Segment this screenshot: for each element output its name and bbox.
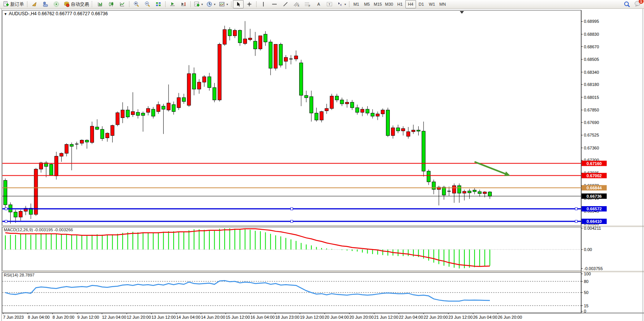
chart-title: ▼AUDUSD-,H4 0.66762 0.66777 0.66727 0.66… bbox=[4, 11, 108, 16]
price-tick: 0.68505 bbox=[584, 57, 599, 62]
rsi-axis-tick: 15 bbox=[584, 304, 588, 308]
price-level-badge: 0.66844 bbox=[587, 186, 602, 190]
mt4-terminal: { "toolbar": { "new_order_label": "新订单",… bbox=[0, 0, 644, 321]
time-tick: 15 Jun 12:00 bbox=[226, 315, 250, 319]
rsi-axis-tick: 100 bbox=[584, 272, 591, 276]
price-tick: 0.67525 bbox=[584, 133, 599, 137]
price-tick: 0.67850 bbox=[584, 108, 599, 112]
line-handle[interactable] bbox=[5, 220, 7, 222]
line-handle[interactable] bbox=[575, 208, 577, 210]
line-handle[interactable] bbox=[291, 220, 293, 222]
time-tick: 26 Jun 04:00 bbox=[473, 315, 497, 319]
price-level-badge: 0.67002 bbox=[587, 173, 602, 178]
time-tick: 26 Jun 20:00 bbox=[498, 315, 522, 319]
time-tick: 22 Jun 20:00 bbox=[424, 315, 448, 319]
time-tick: 12 Jun 04:00 bbox=[102, 315, 126, 319]
line-handle[interactable] bbox=[5, 208, 7, 210]
macd-axis-tick: 0.00 bbox=[584, 247, 592, 252]
price-tick: 0.68830 bbox=[584, 32, 599, 37]
macd-axis-tick: 0.004211 bbox=[584, 226, 601, 230]
price-tick: 0.68995 bbox=[584, 19, 599, 24]
time-tick: 9 Jun 12:00 bbox=[77, 315, 99, 319]
time-tick: 21 Jun 12:00 bbox=[374, 315, 399, 319]
rsi-label: RSI(14) 28.7897 bbox=[4, 273, 35, 277]
time-tick: 7 Jun 2023 bbox=[3, 315, 24, 319]
macd-axis-tick: -0.003755 bbox=[584, 266, 603, 271]
line-handle[interactable] bbox=[291, 208, 293, 210]
chart-window: ▼AUDUSD-,H4 0.66762 0.66777 0.66727 0.66… bbox=[0, 9, 644, 321]
time-tick: 19 Jun 12:00 bbox=[300, 315, 324, 319]
price-level-badge: 0.67160 bbox=[587, 161, 602, 166]
rsi-axis-tick: 50 bbox=[584, 290, 588, 295]
price-tick: 0.68015 bbox=[584, 95, 599, 100]
time-tick: 23 Jun 12:00 bbox=[448, 315, 473, 319]
price-tick: 0.67690 bbox=[584, 120, 599, 125]
time-tick: 8 Jun 04:00 bbox=[28, 315, 50, 319]
rsi-axis-tick: 80 bbox=[584, 279, 588, 284]
price-level-badge: 0.66572 bbox=[587, 207, 602, 211]
price-panel[interactable] bbox=[2, 10, 581, 226]
time-tick: 12 Jun 20:00 bbox=[127, 315, 151, 319]
ohlc-low: 0.66727 bbox=[73, 11, 90, 16]
chart-symbol: AUDUSD-,H4 bbox=[9, 11, 37, 16]
line-handle[interactable] bbox=[575, 220, 577, 222]
macd-label: MACD(12,26,9) -0.003195 -0.003266 bbox=[4, 227, 73, 232]
time-tick: 20 Jun 04:00 bbox=[325, 315, 349, 319]
ohlc-high: 0.66777 bbox=[56, 11, 72, 16]
symbol-dropdown-icon[interactable]: ▼ bbox=[4, 12, 7, 16]
price-level-badge: 0.66410 bbox=[587, 219, 602, 224]
time-tick: 8 Jun 20:00 bbox=[53, 315, 75, 319]
time-tick: 20 Jun 20:00 bbox=[349, 315, 374, 319]
time-tick: 14 Jun 04:00 bbox=[176, 315, 201, 319]
candlestick-chart-canvas[interactable]: 0.689950.688300.686700.685050.683400.681… bbox=[0, 0, 644, 321]
price-tick: 0.68670 bbox=[584, 44, 599, 49]
time-tick: 16 Jun 04:00 bbox=[250, 315, 275, 319]
price-tick: 0.67360 bbox=[584, 146, 599, 150]
price-tick: 0.68180 bbox=[584, 82, 599, 87]
time-tick: 13 Jun 12:00 bbox=[151, 315, 176, 319]
time-tick: 18 Jun 23:00 bbox=[275, 315, 300, 319]
rsi-axis-tick: 0 bbox=[584, 309, 586, 313]
price-tick: 0.68340 bbox=[584, 70, 599, 75]
ohlc-open: 0.66762 bbox=[38, 11, 54, 16]
ohlc-close: 0.66736 bbox=[91, 11, 108, 16]
price-level-badge: 0.66736 bbox=[587, 194, 602, 199]
time-tick: 14 Jun 20:00 bbox=[201, 315, 225, 319]
time-tick: 22 Jun 04:00 bbox=[399, 315, 423, 319]
